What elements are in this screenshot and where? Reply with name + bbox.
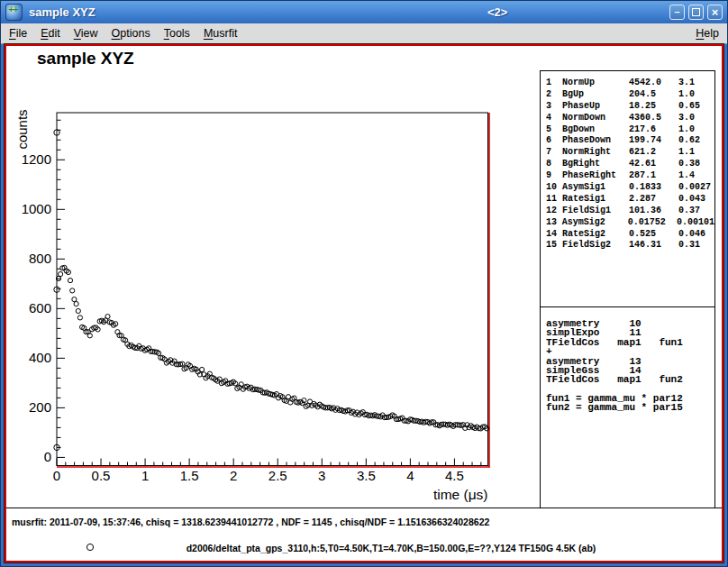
fit-parameter-row: 10AsymSig10.18330.0027 [546,182,714,194]
titlebar[interactable]: ++ sample XYZ <2> – × [1,1,727,23]
window-content: sample XYZ counts 00.511.522.533.544.502… [1,44,727,566]
theory-line: TFieldCosmap1fun1 [546,338,714,347]
menu-item-edit[interactable]: Edit [41,27,60,40]
application-window: ++ sample XYZ <2> – × FileEditViewOption… [0,0,728,567]
menu-item-file[interactable]: File [9,27,27,40]
fit-parameter-row: 5BgDown217.61.0 [546,124,714,136]
menu-item-tools[interactable]: Tools [164,27,190,40]
menu-item-view[interactable]: View [74,27,98,40]
svg-text:1.5: 1.5 [180,468,199,483]
maximize-button[interactable] [688,5,704,20]
fit-parameter-row: 7NormRight621.21.1 [546,147,714,159]
data-points [54,130,489,451]
svg-text:2.5: 2.5 [268,468,287,483]
theory-panel: asymmetry10simplExpo11TFieldCosmap1fun1+… [540,306,715,508]
svg-text:2: 2 [230,468,237,483]
theory-line: TFieldCosmap1fun2 [546,375,714,384]
fit-status-text: musrfit: 2011-07-09, 15:37:46, chisq = 1… [12,517,489,527]
svg-text:0.5: 0.5 [92,468,111,483]
fit-parameter-row: 14RateSig20.5250.046 [546,229,714,241]
fit-parameter-row: 9PhaseRight287.11.4 [546,170,714,182]
root-canvas[interactable]: sample XYZ counts 00.511.522.533.544.502… [5,44,723,562]
fit-parameter-row: 6PhaseDown199.740.62 [546,135,714,147]
fit-parameter-row: 12FieldSig1101.360.37 [546,206,714,217]
svg-text:3.5: 3.5 [357,468,376,483]
svg-text:4: 4 [406,468,414,483]
root-app-icon: ++ [5,4,23,21]
svg-text:1200: 1200 [22,151,51,167]
svg-text:0: 0 [53,468,60,483]
close-button[interactable]: × [707,5,723,20]
fit-parameter-row: 2BgUp204.51.0 [546,89,714,101]
svg-text:800: 800 [29,251,51,266]
svg-text:400: 400 [29,350,51,365]
menu-item-musrfit[interactable]: Musrfit [204,27,238,40]
fit-parameter-row: 4NormDown4360.53.0 [546,113,714,124]
fit-parameter-row: 15FieldSig2146.310.31 [546,240,714,251]
axis-tick-labels: 00.511.522.533.544.502004006008001000120… [22,151,464,483]
axis-ticks [57,120,481,465]
fit-parameter-row: 3PhaseUp18.250.65 [546,101,714,113]
minimize-button[interactable]: – [669,5,685,20]
svg-text:3: 3 [318,468,325,483]
svg-text:0: 0 [44,449,51,464]
svg-text:4.5: 4.5 [445,468,464,483]
window-title: sample XYZ [29,5,96,19]
svg-text:1000: 1000 [22,201,51,216]
menu-item-help[interactable]: Help [696,27,719,40]
histogram-plot-area[interactable]: 00.511.522.533.544.502004006008001000120… [6,46,540,508]
svg-text:600: 600 [29,300,51,316]
x-axis-label: time (μs) [433,487,488,502]
svg-text:200: 200 [29,399,51,415]
status-separator-line [6,508,722,508]
maximize-icon [692,8,700,16]
menubar: FileEditViewOptionsToolsMusrfitHelp [1,23,727,44]
theory-function: fun2 = gamma_mu * par15 [546,403,714,412]
fit-parameter-row: 1NormUp4542.03.1 [546,78,714,89]
run-legend: d2006/deltat_pta_gps_3110,h:5,T0=4.50K,T… [6,540,722,558]
fit-parameter-row: 11RateSig12.2870.043 [546,194,714,206]
svg-text:1: 1 [141,468,149,483]
menu-item-options[interactable]: Options [112,27,150,40]
window-controls: – × [669,5,723,20]
workspace-indicator: <2> [487,5,507,19]
fit-parameters-panel: 1NormUp4542.03.12BgUp204.51.03PhaseUp18.… [540,70,715,307]
fit-parameter-row: 8BgRight42.610.38 [546,159,714,170]
run-legend-text: d2006/deltat_pta_gps_3110,h:5,T0=4.50K,T… [87,543,695,553]
fit-parameter-row: 13AsymSig20.017520.00101 [546,217,714,229]
